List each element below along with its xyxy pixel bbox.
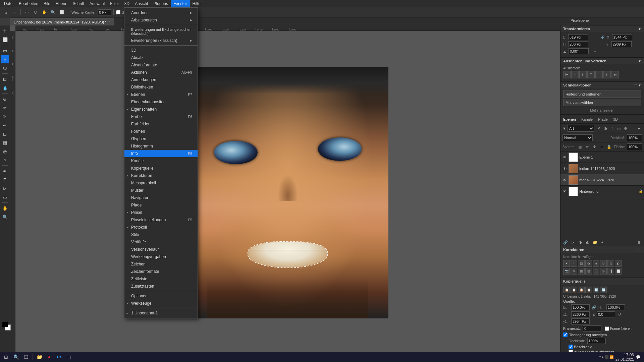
ps-btn[interactable]: Ps (55, 352, 64, 362)
menu-versionsverlauf[interactable]: Versionsverlauf (124, 246, 198, 253)
notification-btn[interactable]: 💬 (636, 355, 641, 359)
menu-eigenschaften[interactable]: Eigenschaften (124, 106, 198, 113)
windows-taskbar: ⊞ 🔍 ❑ 📁 ● Ps ◻ ^ ♦ ⬛ 📶 17:06 27.01.2021 … (0, 352, 644, 362)
taskbar-date: 27.01.2021 (615, 357, 634, 361)
menu-navigator[interactable]: Navigator (124, 194, 198, 201)
ebenen-shortcut: F7 (188, 93, 192, 97)
taskbar-icons: ^ ♦ ⬛ 📶 (599, 355, 613, 359)
menu-werkzeugvorgaben[interactable]: Werkzeugvorgaben (124, 253, 198, 260)
info-shortcut: F8 (188, 152, 192, 156)
menu-absatz[interactable]: Absatz (124, 54, 198, 61)
menu-aktionen[interactable]: Aktionen Alt+F9 (124, 69, 198, 76)
menu-ebenen[interactable]: Ebenen F7 (124, 91, 198, 98)
chrome-btn[interactable]: ● (45, 352, 54, 362)
menu-farbe[interactable]: Farbe F6 (124, 113, 198, 120)
taskbar-sep-1 (33, 354, 33, 360)
menu-zeichenformate[interactable]: Zeichenformate (124, 268, 198, 275)
explorer-btn[interactable]: 📁 (35, 352, 44, 362)
menu-zeitleiste[interactable]: Zeitleiste (124, 275, 198, 283)
menu-histogramm[interactable]: Histogramm (124, 142, 198, 150)
menu-absatzformate[interactable]: Absatzformate (124, 61, 198, 69)
menu-verlaeufe[interactable]: Verläufe (124, 238, 198, 246)
dropdown-overlay[interactable]: Anordnen Arbeitsbereich Erweiterungen au… (0, 0, 644, 362)
taskview-btn[interactable]: ❑ (21, 352, 31, 362)
menu-messprotokoll[interactable]: Messprotokoll (124, 179, 198, 187)
menu-muster[interactable]: Muster (124, 187, 198, 194)
taskbar-right: ^ ♦ ⬛ 📶 17:06 27.01.2021 💬 (599, 353, 643, 361)
menu-pfade[interactable]: Pfade (124, 201, 198, 209)
menu-protokoll[interactable]: Protokoll (124, 224, 198, 231)
menu-stile[interactable]: Stile (124, 231, 198, 238)
menu-ebenenkompositon[interactable]: Ebenenkompositon (124, 98, 198, 106)
search-btn[interactable]: 🔍 (11, 352, 21, 362)
taskbar-clock: 17:06 27.01.2021 (615, 353, 634, 361)
menu-kopierquelle[interactable]: Kopierquelle (124, 165, 198, 172)
menu-farbfelder[interactable]: Farbfelder (124, 120, 198, 128)
aktionen-shortcut: Alt+F9 (181, 70, 192, 74)
menu-werkzeuge[interactable]: Werkzeuge (124, 300, 198, 307)
taskbar-time: 17:06 (615, 353, 634, 357)
menu-pinseleinstellungen[interactable]: Pinseleinstellungen F5 (124, 216, 198, 224)
menu-div-4 (124, 308, 198, 308)
menu-pinsel[interactable]: Pinsel (124, 209, 198, 216)
menu-bibliotheken[interactable]: Bibliotheken (124, 83, 198, 91)
menu-formen[interactable]: Formen (124, 128, 198, 135)
menu-kanaele[interactable]: Kanäle (124, 157, 198, 165)
menu-div-1 (124, 25, 198, 25)
menu-3d[interactable]: 3D (124, 47, 198, 54)
menu-div-3 (124, 291, 198, 291)
menu-info[interactable]: Info F8 (124, 150, 198, 157)
menu-zusatztasten[interactable]: Zusatztasten (124, 283, 198, 290)
dropdown-menu: Anordnen Arbeitsbereich Erweiterungen au… (124, 7, 198, 318)
menu-div-2 (124, 45, 198, 46)
menu-arbeitsbereich[interactable]: Arbeitsbereich (124, 16, 198, 24)
menu-optionen[interactable]: Optionen (124, 292, 198, 300)
menu-extensions-exchange[interactable]: Erweiterungen auf Exchange suchen (klass… (124, 26, 198, 37)
pinsel-shortcut: F5 (188, 218, 192, 222)
menu-extensions-classic[interactable]: Erweiterungen (klassisch) (124, 37, 198, 44)
extra-btn[interactable]: ◻ (65, 352, 74, 362)
menu-korrekturen[interactable]: Korrekturen (124, 172, 198, 179)
farbe-shortcut: F6 (188, 115, 192, 119)
menu-anordnen[interactable]: Anordnen (124, 9, 198, 16)
menu-unbenannt[interactable]: 1 Unbenannt-1 (124, 309, 198, 317)
menu-zeichen[interactable]: Zeichen (124, 260, 198, 268)
menu-glyphen[interactable]: Glyphen (124, 135, 198, 142)
menu-anmerkungen[interactable]: Anmerkungen (124, 76, 198, 83)
start-btn[interactable]: ⊞ (1, 352, 11, 362)
